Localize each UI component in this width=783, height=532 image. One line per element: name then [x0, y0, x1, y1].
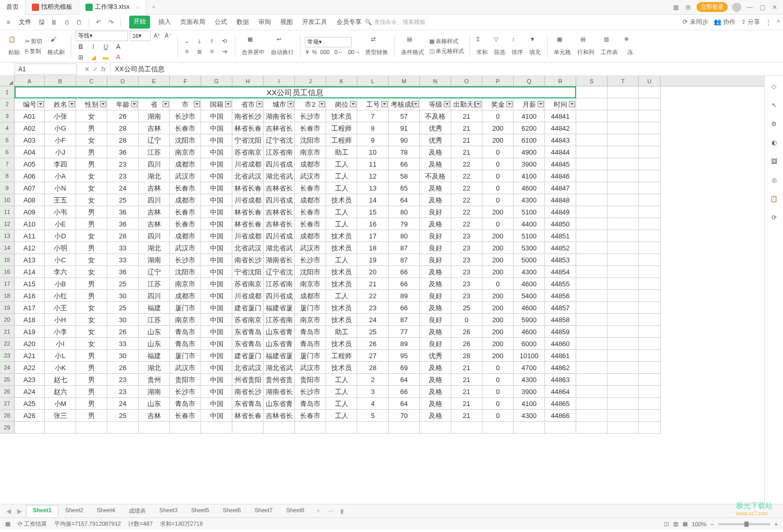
cell[interactable]: 0 — [482, 374, 514, 386]
cell[interactable]: 东省青岛 — [232, 398, 264, 410]
cell[interactable]: 南京市 — [170, 314, 201, 326]
cell[interactable]: 36 — [107, 146, 139, 158]
command-search[interactable]: 🔍 查找命令、搜索模板 — [365, 18, 426, 26]
ribbon-tab-3[interactable]: 公式 — [214, 16, 228, 29]
cell[interactable]: 长春市 — [295, 206, 326, 218]
sheet-tab-Sheet8[interactable]: Sheet8 — [279, 505, 311, 517]
cell[interactable]: 200 — [482, 338, 514, 350]
cell[interactable]: 青岛市 — [170, 398, 201, 410]
cell[interactable]: 南京市 — [295, 278, 326, 290]
cell[interactable]: 4100 — [514, 110, 545, 122]
cell[interactable]: 44852 — [545, 242, 576, 254]
cell[interactable]: 年龄 — [107, 98, 139, 110]
cell[interactable] — [576, 266, 607, 278]
row-header[interactable]: 20 — [0, 314, 15, 326]
cell[interactable]: 南省长沙 — [232, 254, 264, 266]
cell[interactable]: 28 — [107, 122, 139, 134]
cell[interactable]: 湖南 — [139, 254, 170, 266]
cell[interactable]: 200 — [482, 302, 514, 314]
cell[interactable]: 福建 — [139, 350, 170, 362]
cell[interactable]: 22 — [451, 194, 482, 206]
cell[interactable]: 200 — [482, 314, 514, 326]
cell[interactable]: 中国 — [201, 134, 232, 146]
align-right-icon[interactable]: ≡ — [207, 47, 217, 56]
cell[interactable]: 0 — [482, 170, 514, 182]
cell[interactable]: 中国 — [201, 218, 232, 230]
cell[interactable]: 女 — [76, 182, 107, 194]
pane-clipboard-icon[interactable]: 📋 — [769, 194, 779, 204]
cell[interactable]: A20 — [15, 338, 45, 350]
cell[interactable]: A03 — [15, 134, 45, 146]
cell[interactable] — [607, 170, 639, 182]
cell[interactable]: 长春市 — [170, 182, 201, 194]
cell[interactable]: 长沙市 — [170, 386, 201, 398]
cell[interactable]: 长春市 — [295, 218, 326, 230]
cell[interactable] — [576, 98, 607, 110]
cell[interactable]: 44856 — [545, 290, 576, 302]
cell[interactable]: 男 — [76, 386, 107, 398]
cell[interactable]: 6100 — [514, 134, 545, 146]
cell[interactable]: 22 — [451, 158, 482, 170]
cell[interactable]: 66 — [389, 302, 420, 314]
decrease-decimal-icon[interactable]: .0← — [332, 48, 344, 56]
cell[interactable]: 44860 — [545, 338, 576, 350]
cell[interactable]: 4300 — [514, 374, 545, 386]
cell[interactable]: 小I — [45, 338, 76, 350]
cell[interactable]: 湖北 — [139, 170, 170, 182]
sheet-next-icon[interactable]: ▶ — [15, 508, 24, 515]
cell[interactable]: A06 — [15, 170, 45, 182]
cell[interactable]: 女 — [76, 338, 107, 350]
cell[interactable]: 10100 — [514, 350, 545, 362]
cell[interactable]: 江苏省南 — [264, 146, 295, 158]
cell[interactable]: 19 — [357, 254, 389, 266]
cell[interactable]: 李六 — [45, 266, 76, 278]
cell[interactable]: 南省长沙 — [232, 386, 264, 398]
cell[interactable]: 苏省南京 — [232, 146, 264, 158]
cell[interactable]: 26 — [451, 326, 482, 338]
cell[interactable]: 技术员 — [326, 314, 357, 326]
rowcol-button[interactable]: ▤行和列 — [575, 35, 596, 57]
cell[interactable]: 优秀 — [420, 350, 451, 362]
cell[interactable]: A15 — [15, 278, 45, 290]
cell[interactable]: 工人 — [326, 374, 357, 386]
col-header-S[interactable]: S — [576, 76, 607, 86]
cell[interactable] — [639, 278, 661, 290]
row-header[interactable]: 6 — [0, 146, 15, 158]
cell[interactable]: 89 — [389, 338, 420, 350]
cell[interactable]: 优秀 — [420, 122, 451, 134]
cell[interactable] — [639, 182, 661, 194]
view-break-icon[interactable]: ▦ — [682, 521, 688, 527]
cell[interactable]: 5300 — [514, 242, 545, 254]
cut-button[interactable]: ✂ 剪切 — [24, 37, 43, 46]
cell[interactable]: 66 — [389, 266, 420, 278]
cell-style-button[interactable]: ◫ 单元格样式 — [428, 47, 465, 56]
cell[interactable]: 工人 — [326, 182, 357, 194]
cell[interactable] — [576, 182, 607, 194]
cell[interactable]: 200 — [482, 350, 514, 362]
sheet-tab-Sheet3[interactable]: Sheet3 — [153, 505, 184, 517]
cell[interactable] — [576, 110, 607, 122]
cell[interactable]: 青岛市 — [170, 326, 201, 338]
cell[interactable]: A14 — [15, 266, 45, 278]
cell[interactable]: 南京市 — [295, 314, 326, 326]
cell[interactable]: 宁省沈阳 — [232, 134, 264, 146]
cell[interactable]: 23 — [357, 302, 389, 314]
cell[interactable]: 中国 — [201, 290, 232, 302]
row-header[interactable]: 14 — [0, 242, 15, 254]
col-header-R[interactable]: R — [545, 76, 576, 86]
cell[interactable]: 0 — [451, 314, 482, 326]
cell[interactable] — [576, 386, 607, 398]
row-header[interactable]: 16 — [0, 266, 15, 278]
cell[interactable] — [295, 422, 326, 434]
cell[interactable]: 及格 — [420, 386, 451, 398]
cell[interactable]: 月薪 — [514, 98, 545, 110]
cell[interactable]: 3900 — [514, 158, 545, 170]
cell[interactable]: 宁省沈阳 — [232, 266, 264, 278]
cell[interactable]: 苏省南京 — [232, 278, 264, 290]
cell[interactable] — [639, 422, 661, 434]
cell[interactable]: 武汉市 — [170, 170, 201, 182]
cell[interactable]: 川省成都 — [232, 194, 264, 206]
col-header-N[interactable]: N — [420, 76, 451, 86]
sheet-tab-Sheet6[interactable]: Sheet6 — [216, 505, 248, 517]
cell[interactable]: 44846 — [545, 170, 576, 182]
